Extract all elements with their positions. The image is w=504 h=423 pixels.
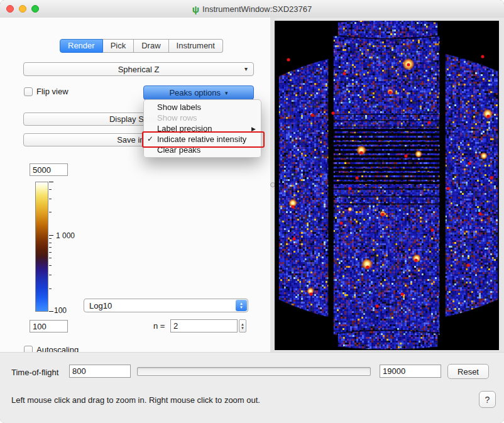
colorbar-max-input[interactable] [30, 163, 68, 176]
menu-item-label-precision[interactable]: Label precision ▶ [144, 123, 261, 134]
n-input[interactable] [170, 319, 238, 332]
splitter[interactable] [270, 18, 275, 352]
tof-slider[interactable] [137, 367, 371, 376]
colorbar-min-tick-label: 100 [54, 306, 67, 315]
menu-item-clear-peaks[interactable]: Clear peaks [144, 145, 261, 155]
mantid-app-icon: ψ [192, 4, 199, 14]
menu-item-label: Show labels [157, 102, 201, 112]
peaks-options-menu: Show labels Show rows Label precision ▶ … [143, 99, 261, 158]
chevron-down-icon: ▾ [244, 65, 248, 72]
status-text: Left mouse click and drag to zoom in. Ri… [11, 395, 260, 405]
instrument-window: ψ InstrumentWindow:SXD23767 Render Pick … [0, 0, 504, 423]
colorbar-min-input[interactable] [30, 320, 68, 332]
colorbar-ticks [48, 182, 55, 312]
window-title: InstrumentWindow:SXD23767 [202, 4, 312, 14]
title-wrap: ψ InstrumentWindow:SXD23767 [0, 0, 504, 18]
time-of-flight-label: Time-of-flight [11, 368, 58, 377]
tab-bar: Render Pick Draw Instrument [60, 39, 223, 53]
render-controls-panel: Render Pick Draw Instrument Spherical Z … [0, 18, 270, 352]
colorbar-tick-label: 1 000 [56, 231, 75, 240]
scale-type-select[interactable]: Log10 ▲ ▼ [84, 299, 248, 312]
flip-view-row: Flip view [24, 87, 68, 96]
tof-max-input[interactable] [380, 365, 441, 378]
tab-draw[interactable]: Draw [134, 39, 168, 53]
peaks-options-button[interactable]: Peaks options ▾ [143, 85, 254, 100]
menu-item-indicate-relative-intensity[interactable]: ✓ Indicate relative intensity [144, 134, 261, 145]
reset-button[interactable]: Reset [447, 364, 489, 379]
menu-item-label: Show rows [157, 113, 197, 123]
tof-min-input[interactable] [69, 365, 131, 378]
flip-view-checkbox[interactable] [24, 87, 33, 96]
scale-type-value: Log10 [89, 301, 112, 310]
menu-item-show-rows: Show rows [144, 113, 261, 123]
instrument-render-area [275, 18, 504, 352]
projection-select-value: Spherical Z [118, 65, 160, 74]
n-spinner[interactable]: ▲ ▼ [239, 319, 246, 332]
menu-item-label: Clear peaks [157, 145, 200, 155]
help-button[interactable]: ? [479, 391, 496, 408]
tab-render[interactable]: Render [60, 39, 103, 53]
instrument-canvas[interactable] [275, 21, 499, 350]
flip-view-label: Flip view [36, 87, 68, 96]
menu-item-label: Label precision [157, 124, 212, 133]
combo-stepper-icon[interactable]: ▲ ▼ [236, 300, 247, 311]
help-label: ? [485, 395, 490, 405]
n-label: n = [153, 321, 165, 331]
menu-item-show-labels[interactable]: Show labels [144, 102, 261, 113]
checkmark-icon: ✓ [147, 134, 153, 145]
peaks-options-label: Peaks options [169, 88, 221, 97]
stepper-down-icon: ▼ [239, 305, 243, 309]
spinner-down-icon: ▼ [241, 326, 244, 330]
colorbar-gradient [35, 182, 48, 312]
tab-pick[interactable]: Pick [103, 39, 134, 53]
projection-select[interactable]: Spherical Z ▾ [23, 62, 254, 76]
footer: Time-of-flight Reset Left mouse click an… [0, 352, 504, 423]
submenu-arrow-icon: ▶ [251, 124, 256, 135]
titlebar: ψ InstrumentWindow:SXD23767 [0, 0, 504, 18]
chevron-down-icon: ▾ [225, 90, 228, 96]
tab-instrument[interactable]: Instrument [169, 39, 223, 53]
menu-item-label: Indicate relative intensity [157, 135, 246, 144]
reset-label: Reset [457, 367, 479, 376]
